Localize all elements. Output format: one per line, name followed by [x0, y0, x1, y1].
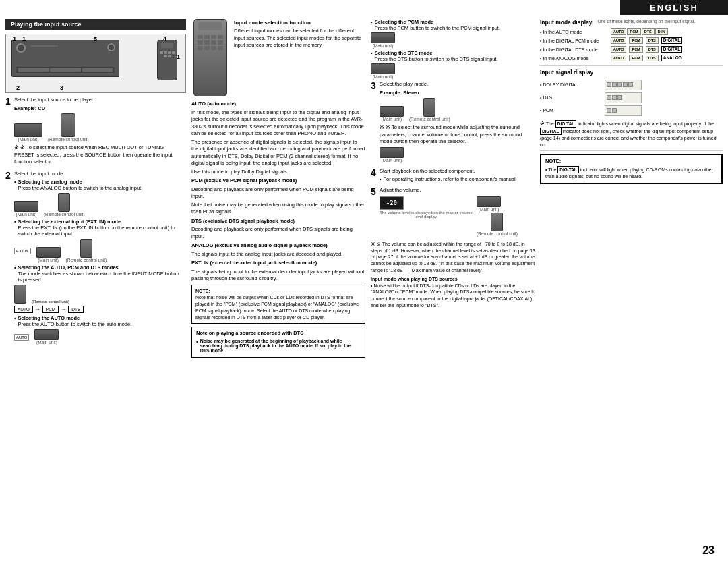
ind-din: D.IN	[655, 28, 668, 35]
header-bar: ENGLISH	[620, 0, 728, 15]
button-row	[16, 67, 115, 73]
step3-example: Example: Stereo	[380, 90, 533, 97]
step1-content: Select the input source to be played. Ex…	[14, 96, 183, 167]
dts-note-bullet: • Noise may be generated at the beginnin…	[196, 339, 361, 353]
step3-note-main-img	[380, 147, 404, 158]
step3-content: Select the play mode. Example: Stereo (M…	[380, 81, 533, 165]
dts-signal-row: • DTS	[540, 92, 723, 103]
device-diagram: 1 1 5 4 2 3	[5, 34, 186, 93]
input-signal-display: Input signal display • DOLBY DIGITAL	[540, 69, 723, 116]
ind-pcm: PCM	[627, 28, 640, 35]
remote-image-area	[191, 19, 229, 96]
ext-main: (Main unit)	[36, 247, 61, 262]
step4: 4 Start playback on the selected compone…	[371, 168, 536, 184]
pcm-select-content: Selecting the PCM mode Press the PCM but…	[375, 19, 500, 31]
remote-caption: (Remote control unit)	[48, 137, 89, 142]
right-cols-layout: • Selecting the PCM mode Press the PCM b…	[371, 19, 723, 309]
step1-images: (Main unit) (Remote control unit)	[14, 113, 183, 142]
right-column: • Selecting the PCM mode Press the PCM b…	[371, 19, 723, 557]
step4-content: Start playback on the selected component…	[380, 168, 533, 184]
input-mode-display: Input mode display One of these lights, …	[540, 19, 723, 61]
step3: 3 Select the play mode. Example: Stereo …	[371, 81, 536, 165]
ext-images: EXT.IN (Main unit) (Remote control unit)	[14, 239, 183, 262]
note-special-box: NOTE: • The DIGITAL indicator will light…	[540, 154, 723, 184]
middle-column: Input mode selection function Different …	[191, 19, 365, 557]
dts-img-row: (Main unit)	[371, 63, 536, 79]
note-text: Note that noise will be output when CDs …	[195, 294, 361, 320]
dts-badge-dts: DTS	[646, 46, 659, 53]
dts-indicator	[605, 92, 642, 103]
remote-auto-pcm-dts	[14, 285, 26, 304]
remote-diagram	[157, 40, 177, 80]
page: ENGLISH Playing the input source	[0, 0, 728, 562]
main-unit-img	[14, 123, 42, 137]
analog-title: ANALOG (exclusive analog audio signal pl…	[191, 242, 365, 250]
digital-badge-note: DIGITAL	[557, 166, 579, 173]
note-special-text: • The DIGITAL indicator will light when …	[545, 166, 717, 180]
pcm-select: • Selecting the PCM mode Press the PCM b…	[371, 19, 536, 31]
step3-note: ※ ※ To select the surround mode while ad…	[380, 123, 533, 146]
arrow2: →	[61, 306, 66, 312]
bullet-auto-label: Selecting the AUTO, PCM and DTS modes Th…	[18, 264, 183, 283]
content-grid: Playing the input source 1 1 5	[5, 19, 723, 557]
dts-note-text: Noise may be generated at the beginning …	[200, 339, 361, 353]
analog-main-img	[14, 201, 38, 212]
dts-badge-analog: DTS	[646, 55, 659, 61]
step3-images: (Main unit) (Remote control unit)	[380, 98, 533, 121]
dts-main	[371, 63, 395, 74]
volume-display-box: -20	[380, 196, 404, 210]
step3-note-main: (Main unit)	[380, 147, 404, 163]
dolby-label: • DOLBY DIGITAL	[540, 82, 601, 87]
dts-note-box: Note on playing a source encorded with D…	[191, 327, 365, 358]
dts-text: Decoding and playback are only performed…	[191, 226, 365, 240]
step3-text: Select the play mode.	[380, 81, 533, 88]
bullet-ext: • Selecting the external input (EXT. IN)…	[14, 219, 183, 237]
auto-mode-label: • In the AUTO mode	[540, 30, 607, 34]
step5-main: (Main unit)	[477, 196, 501, 212]
ext-label: EXT.IN	[14, 248, 31, 254]
dts-mode-text: • Noise will be output if DTS-compatible…	[371, 283, 536, 309]
step1-text: Select the input source to be played.	[14, 96, 183, 104]
analog-remote: (Remote control unit)	[44, 193, 85, 217]
pcm-img-row: (Main unit)	[371, 32, 536, 48]
step1-number: 1	[5, 96, 11, 107]
analog-mode-row: • In the ANALOG mode AUTO PCM DTS ANALOG	[540, 55, 723, 61]
step4-text: Start playback on the selected component…	[380, 168, 533, 175]
pcm-main-img-item: (Main unit)	[371, 32, 395, 48]
dts-mode-title: Input mode when playing DTS sources	[371, 276, 536, 283]
digital-note-text: ※ The DIGITAL indicator lights when digi…	[540, 120, 723, 148]
bullet-auto-pcm-dts: • Selecting the AUTO, PCM and DTS modes …	[14, 264, 183, 283]
ind-auto: AUTO	[611, 28, 626, 35]
ext-text: The signals being input to the external …	[191, 269, 365, 283]
digital-dts-badges: AUTO PCM DTS DIGITAL	[611, 46, 682, 53]
step1: 1 Select the input source to be played. …	[5, 96, 186, 167]
note-special-title: NOTE:	[545, 158, 717, 165]
step5: 5 Adjust the volume. -20 The volume leve…	[371, 187, 536, 237]
step1-remote: (Remote control unit)	[48, 113, 89, 142]
display-area	[31, 45, 58, 47]
analog-images: (Main unit) (Remote control unit)	[14, 193, 183, 217]
analog-main: (Main unit)	[14, 201, 38, 217]
num-label-4: 4	[163, 36, 166, 43]
arrow1: →	[35, 306, 40, 312]
pcm-badge: PCM	[629, 37, 642, 44]
remote-large	[193, 19, 227, 96]
num-1c: 1	[177, 53, 180, 60]
auto-title: AUTO (auto mode)	[191, 101, 365, 108]
pcm-indicator	[605, 105, 642, 116]
step5-content: Adjust the volume. -20 The volume level …	[380, 187, 533, 237]
dolby-row: • DOLBY DIGITAL	[540, 80, 723, 90]
analog-mode-label: • In the ANALOG mode	[540, 56, 607, 61]
auto-text: In this mode, the types of signals being…	[191, 109, 365, 138]
step3-remote: (Remote control unit)	[409, 98, 450, 121]
step5-unit-images: (Main unit) (Remote control unit)	[477, 196, 533, 237]
input-mode-header-row: Input mode display One of these lights, …	[540, 19, 723, 26]
analog-badges: AUTO PCM DTS ANALOG	[611, 55, 684, 61]
dts-badge-pcm: DTS	[646, 37, 659, 44]
step5-main-img	[477, 196, 501, 207]
auto-pcm-dts-images: (Remote control unit)	[14, 285, 183, 304]
ext-main-img	[36, 247, 61, 258]
auto-mode-indicators: AUTO PCM DTS D.IN	[611, 28, 668, 35]
auto-mode-row: • In the AUTO mode AUTO PCM DTS D.IN	[540, 28, 723, 35]
bullet-auto-mode-label: Selecting the AUTO mode Press the AUTO b…	[18, 315, 132, 327]
